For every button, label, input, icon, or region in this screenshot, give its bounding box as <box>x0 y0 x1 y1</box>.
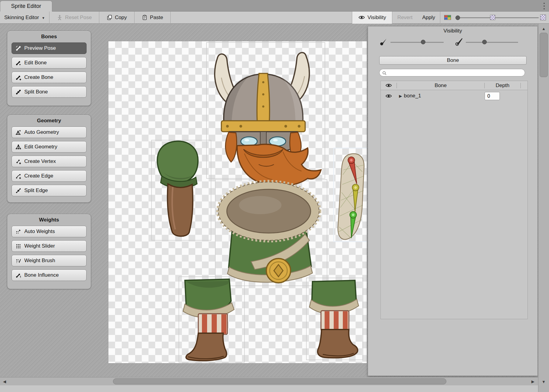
visibility-toggle-button[interactable]: Visibility <box>352 12 392 24</box>
create-vertex-label: Create Vertex <box>24 158 56 164</box>
bone-edit-icon <box>15 60 21 66</box>
sprite-canvas[interactable] <box>108 41 367 363</box>
horizontal-scroll-thumb[interactable] <box>113 378 446 384</box>
column-divider <box>520 83 521 88</box>
split-bone-button[interactable]: Split Bone <box>12 86 87 98</box>
geometry-group-title: Geometry <box>7 118 91 124</box>
split-edge-label: Split Edge <box>24 188 48 194</box>
bone-size-slider-handle[interactable] <box>421 40 425 44</box>
sprite-left-leg[interactable] <box>183 279 234 361</box>
bone-tab-button[interactable]: Bone <box>379 56 527 65</box>
opacity-slider-handle[interactable] <box>455 15 460 20</box>
eye-icon <box>385 94 392 98</box>
toolbar-right-group: Visibility Revert Apply <box>352 12 549 24</box>
row-visibility-toggle[interactable] <box>381 94 397 98</box>
sprite-torso[interactable] <box>218 182 319 283</box>
scroll-right-arrow[interactable]: ▶ <box>529 377 537 386</box>
sprite-arm-selected[interactable] <box>334 148 367 242</box>
bone-outline-icon <box>455 37 464 46</box>
create-bone-button[interactable]: Create Bone <box>12 72 87 83</box>
auto-geometry-button[interactable]: Auto Geometry <box>12 127 87 138</box>
edit-geometry-button[interactable]: Edit Geometry <box>12 141 87 153</box>
sprite-right-leg[interactable] <box>309 280 359 358</box>
search-icon <box>382 71 387 76</box>
apply-label: Apply <box>422 15 435 21</box>
workspace: Bones Preview Pose Edit Bone Create Bone… <box>0 24 549 392</box>
visibility-toggle-label: Visibility <box>367 15 386 21</box>
mode-dropdown-label: Skinning Editor <box>4 15 39 21</box>
bone-add-icon <box>15 75 21 80</box>
search-input[interactable] <box>388 69 522 76</box>
apply-button[interactable]: Apply <box>417 12 440 24</box>
weights-grid-icon <box>15 243 21 249</box>
foldout-triangle-icon[interactable]: ▶ <box>399 94 402 98</box>
visibility-panel-title: Visibility <box>368 26 537 34</box>
bone-opacity-slider-track[interactable] <box>466 42 518 43</box>
bone-influence-button[interactable]: Bone Influence <box>12 269 87 281</box>
create-edge-button[interactable]: Create Edge <box>12 170 87 182</box>
scroll-up-arrow[interactable]: ▲ <box>538 25 549 32</box>
bone-column-header[interactable]: Bone <box>397 83 484 89</box>
header-eye-cell[interactable] <box>381 83 397 88</box>
split-edge-button[interactable]: Split Edge <box>12 185 87 196</box>
create-vertex-button[interactable]: Create Vertex <box>12 156 87 167</box>
scroll-down-arrow[interactable]: ▼ <box>538 378 549 385</box>
bone-influence-icon <box>15 272 21 278</box>
preview-pose-button[interactable]: Preview Pose <box>12 42 87 54</box>
bone-list-header: Bone Depth <box>381 81 527 90</box>
split-bone-label: Split Bone <box>24 89 48 95</box>
tab-sprite-editor[interactable]: Sprite Editor <box>0 1 52 12</box>
paste-label: Paste <box>150 15 163 21</box>
edit-geometry-label: Edit Geometry <box>24 144 57 150</box>
mesh-auto-icon <box>15 130 21 135</box>
mode-dropdown[interactable]: Skinning Editor ▼ <box>0 12 49 24</box>
bone-size-slider-track[interactable] <box>390 42 444 43</box>
bone-opacity-slider-handle[interactable] <box>482 40 487 44</box>
depth-column-header[interactable]: Depth <box>485 83 520 89</box>
horizontal-scrollbar[interactable]: ◀ ▶ <box>0 377 538 385</box>
bone-tab-label: Bone <box>447 57 459 63</box>
texture-checker-swatch[interactable] <box>540 15 546 20</box>
sprite-head[interactable] <box>215 52 321 186</box>
bone-solid-icon <box>380 37 388 46</box>
texture-checker-swatch[interactable] <box>490 15 495 20</box>
weight-slider-button[interactable]: Weight Slider <box>12 240 87 252</box>
copy-button[interactable]: Copy <box>99 12 134 24</box>
copy-label: Copy <box>115 15 127 21</box>
revert-button[interactable]: Revert <box>392 12 417 24</box>
auto-weights-button[interactable]: Auto Weights <box>12 226 87 237</box>
bone-search-field[interactable] <box>379 69 525 76</box>
bone-split-icon <box>15 89 21 95</box>
scroll-left-arrow[interactable]: ◀ <box>1 377 9 386</box>
weight-brush-button[interactable]: Weight Brush <box>12 255 87 266</box>
paste-button[interactable]: Paste <box>135 12 170 24</box>
preview-pose-label: Preview Pose <box>24 45 56 51</box>
copy-icon <box>107 15 112 20</box>
edge-split-icon <box>15 188 21 194</box>
sprite-sheet-swatch-button[interactable] <box>440 15 455 20</box>
auto-weights-label: Auto Weights <box>24 228 55 235</box>
bone-row[interactable]: ▶ bone_1 <box>381 91 527 101</box>
sprite-mitten-arm[interactable] <box>157 141 198 236</box>
reset-pose-button[interactable]: Reset Pose <box>49 12 99 24</box>
vertical-scroll-thumb[interactable] <box>540 33 548 77</box>
bones-tool-group: Bones Preview Pose Edit Bone Create Bone… <box>7 31 91 106</box>
window-menu-icon[interactable] <box>543 3 545 9</box>
paste-icon <box>142 15 148 20</box>
vertical-scrollbar[interactable]: ▲ ▼ <box>538 24 549 392</box>
edit-bone-button[interactable]: Edit Bone <box>12 57 87 69</box>
auto-geometry-label: Auto Geometry <box>24 129 59 135</box>
opacity-slider[interactable] <box>455 12 546 24</box>
pose-person-icon <box>57 15 63 20</box>
main-toolbar: Skinning Editor ▼ Reset Pose Copy Paste … <box>0 12 549 24</box>
sprite-sheet <box>108 41 367 363</box>
mesh-icon <box>15 144 21 150</box>
opacity-slider-track[interactable] <box>457 17 539 18</box>
bone-icon <box>15 46 21 51</box>
weights-tool-group: Weights Auto Weights Weight Slider Weigh… <box>7 214 91 289</box>
weights-auto-icon <box>15 229 21 235</box>
color-swatch-icon <box>444 15 451 20</box>
bone-influence-label: Bone Influence <box>24 272 59 278</box>
window-tab-bar: Sprite Editor <box>0 0 549 12</box>
depth-input[interactable] <box>485 92 500 100</box>
